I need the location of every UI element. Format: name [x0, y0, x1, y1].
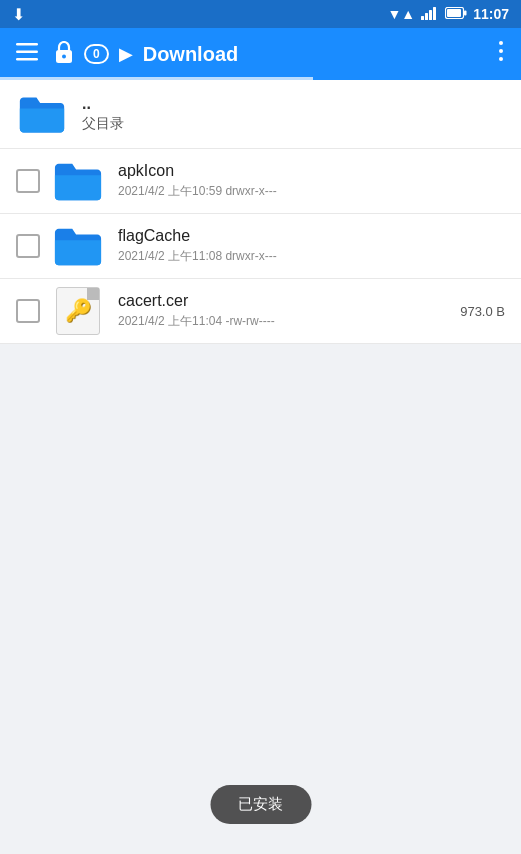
- list-item[interactable]: apkIcon 2021/4/2 上午10:59 drwxr-x---: [0, 149, 521, 214]
- status-time: 11:07: [473, 6, 509, 22]
- apkicon-folder-icon: [52, 157, 104, 205]
- wifi-icon: ▼▲: [387, 6, 415, 22]
- selection-badge: 0: [84, 44, 109, 64]
- parent-label: 父目录: [82, 115, 124, 133]
- key-icon: 🔑: [65, 298, 92, 324]
- list-item[interactable]: flagCache 2021/4/2 上午11:08 drwxr-x---: [0, 214, 521, 279]
- signal-icon: [421, 6, 439, 23]
- svg-point-12: [499, 41, 503, 45]
- svg-rect-6: [464, 11, 467, 16]
- cacert-meta: 2021/4/2 上午11:04 -rw-rw----: [118, 313, 460, 330]
- lock-icon: [54, 41, 74, 68]
- svg-point-11: [62, 54, 66, 58]
- svg-rect-9: [16, 58, 38, 61]
- toolbar-title: Download: [143, 43, 481, 66]
- battery-icon: [445, 6, 467, 22]
- flagcache-name: flagCache: [118, 227, 505, 245]
- parent-info: .. 父目录: [82, 95, 124, 133]
- list-item[interactable]: 🔑 cacert.cer 2021/4/2 上午11:04 -rw-rw----…: [0, 279, 521, 344]
- cacert-file-icon: 🔑: [52, 287, 104, 335]
- svg-rect-5: [447, 9, 461, 17]
- parent-directory-row[interactable]: .. 父目录: [0, 80, 521, 149]
- cacert-size: 973.0 B: [460, 304, 505, 319]
- file-list: .. 父目录 apkIcon 2021/4/2 上午10:59 drwxr-x-…: [0, 80, 521, 344]
- toolbar: 0 ▶ Download: [0, 28, 521, 80]
- flagcache-meta: 2021/4/2 上午11:08 drwxr-x---: [118, 248, 505, 265]
- svg-rect-8: [16, 51, 38, 54]
- cacert-checkbox[interactable]: [16, 299, 40, 323]
- menu-button[interactable]: [10, 35, 44, 73]
- svg-point-13: [499, 49, 503, 53]
- parent-folder-icon: [16, 90, 68, 138]
- flagcache-checkbox[interactable]: [16, 234, 40, 258]
- apkicon-name: apkIcon: [118, 162, 505, 180]
- svg-point-14: [499, 57, 503, 61]
- flagcache-info: flagCache 2021/4/2 上午11:08 drwxr-x---: [118, 227, 505, 265]
- apkicon-info: apkIcon 2021/4/2 上午10:59 drwxr-x---: [118, 162, 505, 200]
- status-bar: ⬇ ▼▲ 11:07: [0, 0, 521, 28]
- toolbar-progress: [0, 77, 313, 80]
- breadcrumb-arrow: ▶: [119, 43, 133, 65]
- apkicon-checkbox[interactable]: [16, 169, 40, 193]
- svg-rect-1: [425, 13, 428, 20]
- download-status-icon: ⬇: [12, 5, 25, 24]
- more-button[interactable]: [491, 34, 511, 74]
- svg-rect-7: [16, 43, 38, 46]
- svg-rect-0: [421, 16, 424, 20]
- flagcache-folder-icon: [52, 222, 104, 270]
- file-corner-fold: [87, 288, 99, 300]
- snackbar: 已安装: [210, 785, 311, 824]
- status-right: ▼▲ 11:07: [387, 6, 509, 23]
- snackbar-text: 已安装: [238, 795, 283, 812]
- cacert-name: cacert.cer: [118, 292, 460, 310]
- apkicon-meta: 2021/4/2 上午10:59 drwxr-x---: [118, 183, 505, 200]
- cacert-info: cacert.cer 2021/4/2 上午11:04 -rw-rw----: [118, 292, 460, 330]
- svg-rect-2: [429, 10, 432, 20]
- parent-dots: ..: [82, 95, 124, 113]
- svg-rect-3: [433, 7, 436, 20]
- status-left: ⬇: [12, 5, 25, 24]
